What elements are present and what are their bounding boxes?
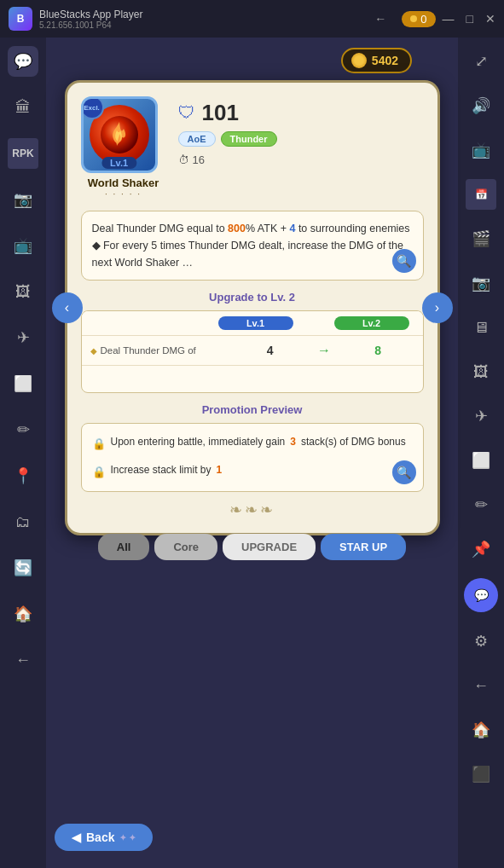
gold-amount: 5402 — [372, 54, 398, 67]
tab-all-button[interactable]: All — [98, 534, 150, 560]
upgrade-arrow: → — [306, 343, 342, 358]
portrait-frame: Excl. — [81, 96, 158, 173]
sidebar-camera-icon[interactable]: 📷 — [8, 184, 38, 215]
gold-display: 5402 — [341, 48, 412, 73]
timer-row: ⏱ 16 — [178, 153, 424, 166]
upgrade-lv1-label: Lv.1 — [218, 316, 293, 330]
right-sidebar-nav-icon[interactable]: ⬛ — [466, 759, 496, 790]
sidebar-building-icon[interactable]: 🏛 — [8, 92, 38, 123]
skill-tags: AoE Thunder — [178, 131, 424, 147]
row-dot: ◆ — [90, 346, 97, 356]
desc-search-button[interactable]: 🔍 — [392, 249, 416, 273]
upgrade-table: Lv.1 Lv.2 ◆ Deal Thunder DMG of 4 → 8 — [81, 310, 424, 393]
promo-line1-text2: stack(s) of DMG bonus — [301, 432, 406, 452]
prev-skill-button[interactable]: ‹ — [52, 292, 83, 323]
right-sidebar-record-icon[interactable]: 🎬 — [466, 223, 496, 254]
right-sidebar-camera-icon[interactable]: 📷 — [466, 268, 496, 298]
skill-level-row: 🛡 101 — [178, 100, 424, 126]
right-sidebar: ⤢ 🔊 📺 📅 🎬 📷 🖥 🖼 ✈ ⬜ ✏ 📌 💬 ⚙ ← 🏠 ⬛ — [458, 38, 504, 868]
promo-line2-text1: Increase stack limit by — [111, 460, 211, 480]
sidebar-screen-icon[interactable]: 📺 — [8, 230, 38, 261]
promo-lock-icon-2: 🔒 — [92, 462, 106, 483]
app-logo: B — [9, 7, 32, 31]
back-nav-button[interactable]: ← — [374, 12, 386, 26]
upgrade-section: Upgrade to Lv. 2 Lv.1 Lv.2 ◆ Deal Thunde… — [81, 291, 424, 393]
discord-button[interactable]: 💬 — [464, 578, 498, 612]
coin-count: 0 — [420, 13, 426, 26]
level-badge: Lv.1 — [101, 157, 136, 169]
upgrade-lv2-label: Lv.2 — [334, 316, 409, 330]
right-sidebar-volume-icon[interactable]: 🔊 — [466, 90, 496, 121]
promo-lock-icon-1: 🔒 — [92, 434, 106, 455]
right-sidebar-display-icon[interactable]: 🖥 — [466, 312, 496, 343]
desc-text3: to surrounding enemies — [295, 223, 409, 234]
timer-value: 16 — [193, 153, 205, 166]
promo-line2-highlight: 1 — [217, 460, 223, 480]
sidebar-image-icon[interactable]: 🖼 — [8, 276, 38, 307]
right-sidebar-home-icon[interactable]: 🏠 — [466, 715, 496, 745]
right-sidebar-screen-icon[interactable]: 📺 — [466, 135, 496, 165]
bottom-nav: All Core UPGRADE STAR UP — [65, 534, 440, 560]
sidebar-resize-icon[interactable]: ⬜ — [8, 368, 38, 399]
window-nav: ← — [374, 12, 386, 26]
promo-line1-text1: Upon entering battle, immediately gain — [111, 432, 286, 452]
skill-portrait: Excl. — [81, 96, 166, 199]
upgrade-val-old: 4 — [234, 344, 305, 357]
upgrade-arrow-header — [298, 316, 329, 330]
game-content: 5402 ‹ › Excl. — [46, 38, 458, 868]
right-sidebar-expand-icon[interactable]: ⤢ — [466, 46, 496, 77]
back-button[interactable]: ◀ Back ✦ ✦ — [55, 824, 153, 851]
right-sidebar-back2-icon[interactable]: ← — [466, 670, 496, 701]
back-label: Back — [86, 830, 114, 844]
desc-text1: Deal Thunder DMG equal to — [92, 223, 229, 234]
desc-text2: % ATK + — [246, 223, 290, 234]
promo-row-2: 🔒 Increase stack limit by 1 — [92, 460, 413, 483]
sidebar-chat-icon[interactable]: 💬 — [8, 46, 38, 77]
shield-icon: 🛡 — [178, 103, 195, 123]
right-sidebar-resize-icon[interactable]: ⬜ — [466, 445, 496, 476]
right-sidebar-airplane-icon[interactable]: ✈ — [466, 401, 496, 431]
upgrade-row-empty — [82, 365, 423, 392]
right-sidebar-calendar-icon[interactable]: 📅 — [466, 179, 496, 210]
tab-core-button[interactable]: Core — [154, 534, 217, 560]
app-name-label: BlueStacks App Player — [39, 9, 368, 20]
title-bar: B BlueStacks App Player 5.21.656.1001 P6… — [0, 0, 504, 38]
coin-icon — [410, 15, 417, 22]
tag-aoe: AoE — [178, 131, 216, 147]
promo-section: Promotion Preview 🔒 Upon entering battle… — [81, 403, 424, 492]
coin-badge: 0 — [402, 11, 435, 27]
starup-button[interactable]: STAR UP — [321, 534, 406, 560]
skill-name: World Shaker — [81, 176, 166, 189]
left-sidebar: 💬 🏛 RPK 📷 📺 🖼 ✈ ⬜ ✏ 📍 🗂 🔄 🏠 ← — [0, 38, 46, 868]
right-sidebar-edit2-icon[interactable]: ✏ — [466, 489, 496, 520]
next-skill-button[interactable]: › — [422, 292, 453, 323]
version-label: 5.21.656.1001 P64 — [39, 20, 368, 30]
minimize-button[interactable]: — — [443, 12, 455, 26]
upgrade-col-label — [90, 316, 213, 330]
sidebar-rpk-icon[interactable]: RPK — [8, 138, 38, 169]
sidebar-back-icon[interactable]: ← — [8, 645, 38, 675]
right-sidebar-image-icon[interactable]: 🖼 — [466, 356, 496, 387]
sidebar-edit-icon[interactable]: ✏ — [8, 414, 38, 445]
upgrade-row-text: Deal Thunder DMG of — [101, 345, 196, 356]
window-controls: — □ ✕ — [443, 12, 495, 26]
sidebar-home-icon[interactable]: 🏠 — [8, 599, 38, 629]
upgrade-row-label: ◆ Deal Thunder DMG of — [90, 345, 235, 356]
sidebar-location-icon[interactable]: 📍 — [8, 460, 38, 491]
sidebar-layers-icon[interactable]: 🗂 — [8, 506, 38, 537]
desc-text4: ◆ For every 5 times Thunder DMG dealt, i… — [92, 240, 403, 269]
upgrade-header: Lv.1 Lv.2 — [82, 311, 423, 335]
upgrade-val-new: 8 — [342, 344, 414, 357]
upgrade-button[interactable]: UPGRADE — [223, 534, 316, 560]
promo-box: 🔒 Upon entering battle, immediately gain… — [81, 423, 424, 492]
back-arrow-icon: ◀ — [72, 830, 81, 844]
sidebar-plane-icon[interactable]: ✈ — [8, 322, 38, 353]
back-dots-decoration: ✦ ✦ — [119, 833, 136, 842]
app-title: BlueStacks App Player 5.21.656.1001 P64 — [39, 9, 368, 30]
right-sidebar-gear-icon[interactable]: ⚙ — [466, 626, 496, 657]
promo-title: Promotion Preview — [81, 403, 424, 416]
sidebar-refresh-icon[interactable]: 🔄 — [8, 553, 38, 583]
right-sidebar-pin-icon[interactable]: 📌 — [466, 534, 496, 564]
maximize-button[interactable]: □ — [466, 12, 473, 26]
close-button[interactable]: ✕ — [485, 12, 495, 26]
